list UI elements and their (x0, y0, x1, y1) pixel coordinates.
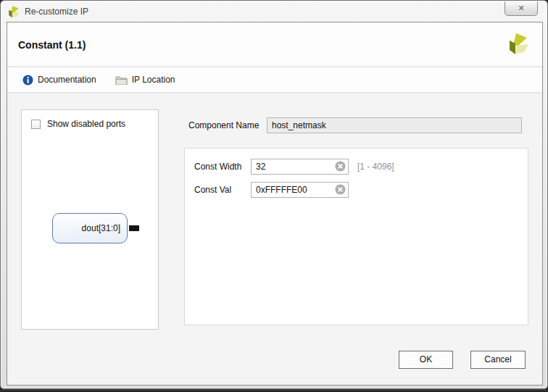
const-val-input-wrap (251, 182, 349, 198)
page-title: Constant (1.1) (18, 39, 86, 51)
ports-preview-panel: Show disabled ports dout[31:0] (21, 109, 159, 330)
ip-location-label: IP Location (132, 75, 175, 85)
component-name-field: host_netmask (267, 117, 522, 133)
show-disabled-ports-label: Show disabled ports (47, 119, 125, 129)
config-panel: Const Width [1 - 4096] Const Val (184, 148, 528, 325)
const-width-input-wrap (251, 159, 349, 175)
main-area: Show disabled ports dout[31:0] Component… (7, 93, 542, 382)
ok-button[interactable]: OK (399, 351, 453, 369)
recustomize-ip-dialog: Re-customize IP ✕ Constant (1.1) Documen… (0, 0, 548, 389)
xilinx-logo-icon (507, 32, 530, 55)
show-disabled-ports-checkbox[interactable] (31, 120, 41, 129)
dialog-header: Constant (1.1) (7, 22, 542, 67)
ip-symbol-block: dout[31:0] (52, 213, 128, 243)
xilinx-app-icon (7, 5, 20, 18)
clear-const-width-icon[interactable] (335, 161, 346, 172)
close-button[interactable]: ✕ (505, 1, 538, 16)
close-icon: ✕ (518, 4, 524, 13)
const-val-label: Const Val (194, 182, 231, 198)
documentation-label: Documentation (38, 75, 96, 85)
window-title: Re-customize IP (25, 7, 88, 17)
dialog-body: Constant (1.1) Documentation (7, 22, 543, 385)
cancel-button[interactable]: Cancel (470, 351, 526, 369)
show-disabled-ports-row[interactable]: Show disabled ports (22, 110, 158, 129)
const-val-input[interactable] (251, 182, 349, 198)
toolbar: Documentation IP Location (7, 67, 542, 93)
info-icon (22, 75, 33, 86)
dout-port-label: dout[31:0] (82, 223, 120, 233)
clear-const-val-icon[interactable] (335, 184, 346, 195)
documentation-button[interactable]: Documentation (22, 75, 96, 86)
const-width-input[interactable] (251, 159, 349, 175)
ip-location-button[interactable]: IP Location (115, 75, 175, 85)
window-drop-shadow (2, 389, 546, 392)
component-name-label: Component Name (188, 117, 259, 133)
title-bar[interactable]: Re-customize IP ✕ (1, 1, 547, 22)
dout-port-pin (129, 225, 139, 231)
const-width-label: Const Width (194, 159, 241, 175)
folder-icon (115, 75, 128, 85)
const-width-range-hint: [1 - 4096] (357, 159, 394, 175)
